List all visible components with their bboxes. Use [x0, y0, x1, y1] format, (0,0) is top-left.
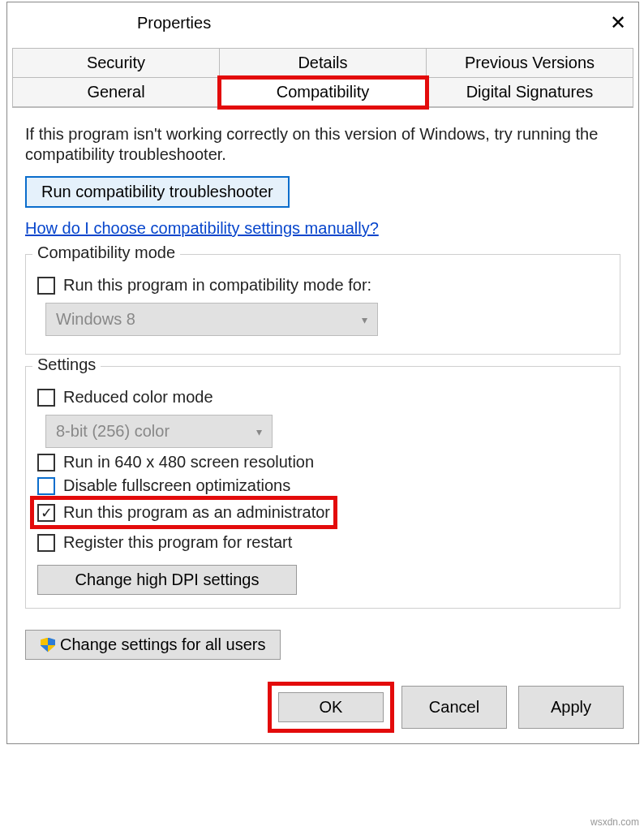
compat-mode-checkbox[interactable]: [37, 277, 55, 295]
chevron-down-icon: ▾: [256, 425, 262, 438]
group-compat-mode: Compatibility mode Run this program in c…: [25, 254, 620, 355]
res-640-label: Run in 640 x 480 screen resolution: [63, 453, 314, 471]
dialog-footer: OK Cancel Apply: [7, 674, 638, 743]
color-depth-value: 8-bit (256) color: [56, 422, 170, 441]
run-admin-row: ✓ Run this program as an administrator: [34, 500, 333, 525]
high-dpi-button[interactable]: Change high DPI settings: [37, 565, 297, 595]
register-restart-label: Register this program for restart: [63, 533, 292, 552]
ok-button[interactable]: OK: [278, 692, 384, 722]
apply-button[interactable]: Apply: [518, 686, 624, 729]
res-640-checkbox[interactable]: [37, 454, 55, 471]
cancel-button[interactable]: Cancel: [401, 686, 507, 729]
all-users-label: Change settings for all users: [60, 635, 265, 654]
compat-mode-combo-value: Windows 8: [56, 310, 135, 329]
run-admin-checkbox[interactable]: ✓: [37, 504, 55, 522]
disable-fullscreen-label: Disable fullscreen optimizations: [63, 476, 290, 495]
disable-fullscreen-checkbox[interactable]: [37, 477, 55, 495]
intro-text: If this program isn't working correctly …: [25, 124, 620, 165]
close-icon[interactable]: ✕: [598, 11, 638, 34]
group-label-settings: Settings: [32, 355, 101, 374]
shield-icon: [41, 638, 55, 652]
tab-digital-signatures[interactable]: Digital Signatures: [427, 78, 633, 107]
watermark: wsxdn.com: [590, 816, 639, 828]
titlebar: Properties ✕: [7, 2, 638, 43]
run-admin-label: Run this program as an administrator: [63, 503, 330, 522]
reduced-color-label: Reduced color mode: [63, 388, 213, 407]
tab-general[interactable]: General: [13, 78, 220, 107]
help-link[interactable]: How do I choose compatibility settings m…: [25, 219, 379, 238]
tab-previous-versions[interactable]: Previous Versions: [427, 49, 633, 78]
register-restart-checkbox[interactable]: [37, 534, 55, 552]
reduced-color-checkbox[interactable]: [37, 389, 55, 407]
compat-mode-label: Run this program in compatibility mode f…: [63, 276, 371, 295]
compat-mode-combo[interactable]: Windows 8 ▾: [45, 303, 378, 336]
tab-compatibility[interactable]: Compatibility: [220, 78, 427, 107]
properties-dialog: Properties ✕ Security Details Previous V…: [6, 2, 639, 744]
chevron-down-icon: ▾: [362, 313, 367, 326]
group-settings: Settings Reduced color mode 8-bit (256) …: [25, 366, 620, 609]
dialog-title: Properties: [7, 14, 211, 32]
tab-strip: Security Details Previous Versions Gener…: [12, 48, 633, 108]
color-depth-combo[interactable]: 8-bit (256) color ▾: [45, 415, 273, 448]
tab-body: If this program isn't working correctly …: [7, 113, 638, 609]
group-label-compat: Compatibility mode: [32, 243, 180, 262]
tab-details[interactable]: Details: [220, 49, 427, 78]
all-users-button[interactable]: Change settings for all users: [25, 630, 281, 660]
ok-highlight: OK: [272, 686, 390, 729]
tab-security[interactable]: Security: [13, 49, 220, 78]
run-troubleshooter-button[interactable]: Run compatibility troubleshooter: [25, 176, 290, 208]
